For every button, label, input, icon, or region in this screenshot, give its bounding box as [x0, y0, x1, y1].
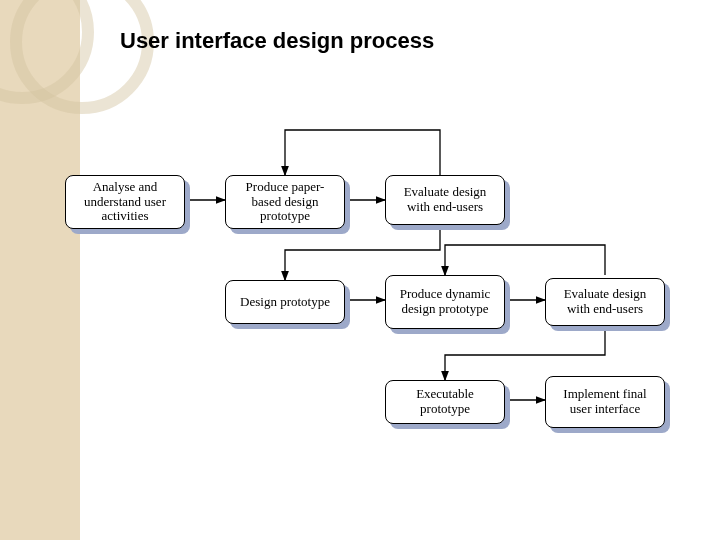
node-design-prototype: Design prototype [225, 280, 345, 324]
node-label: Produce dynamic design prototype [392, 287, 498, 317]
node-dynamic-prototype: Produce dynamic design prototype [385, 275, 505, 329]
node-paper-prototype: Produce paper-based design prototype [225, 175, 345, 229]
node-evaluate-2: Evaluate design with end-users [545, 278, 665, 326]
page-title: User interface design process [120, 28, 434, 54]
node-executable-prototype: Executable prototype [385, 380, 505, 424]
node-label: Evaluate design with end-users [392, 185, 498, 215]
node-label: Design prototype [240, 295, 330, 310]
node-label: Executable prototype [392, 387, 498, 417]
node-label: Analyse and understand user activities [72, 180, 178, 225]
node-label: Implement final user interface [552, 387, 658, 417]
node-evaluate-1: Evaluate design with end-users [385, 175, 505, 225]
node-label: Evaluate design with end-users [552, 287, 658, 317]
node-implement: Implement final user interface [545, 376, 665, 428]
node-analyse: Analyse and understand user activities [65, 175, 185, 229]
node-label: Produce paper-based design prototype [232, 180, 338, 225]
